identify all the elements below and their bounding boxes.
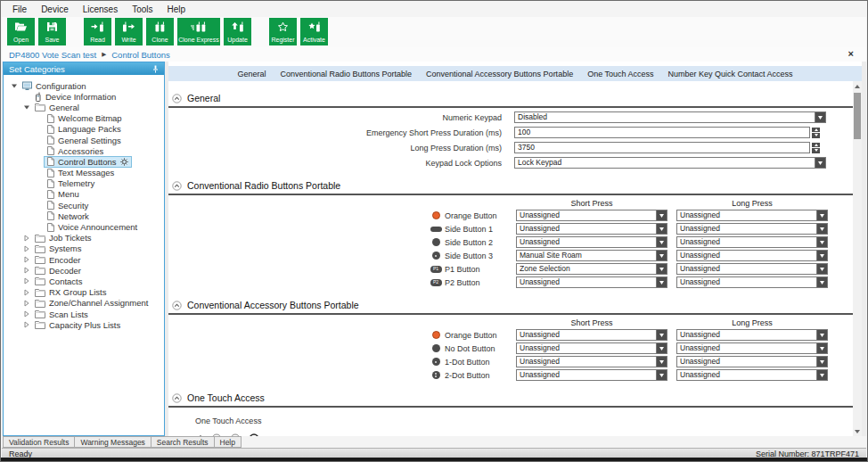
dropdown-arrow-icon[interactable] <box>656 343 667 353</box>
bottom-tab-warning-messages[interactable]: Warning Messages <box>75 436 151 448</box>
menu-device[interactable]: Device <box>34 3 76 16</box>
tree-item-zone-channel-assignment[interactable]: Zone/Channel Assignment <box>4 298 164 309</box>
side-button-1-short-press-dropdown[interactable]: Unassigned <box>516 223 667 235</box>
dropdown-arrow-icon[interactable] <box>816 357 827 367</box>
delete-all-rows-button[interactable] <box>249 432 259 436</box>
tree-collapsed-icon[interactable] <box>21 245 31 252</box>
tree-item-systems[interactable]: Systems <box>4 243 164 254</box>
tree-item-security[interactable]: Security <box>4 200 164 210</box>
menu-file[interactable]: File <box>5 3 34 16</box>
tree-item-language-packs[interactable]: Language Packs <box>4 124 164 135</box>
emergency-short-press-duration-ms-spinner-value[interactable]: 100 <box>514 127 810 138</box>
dropdown-arrow-icon[interactable] <box>656 264 667 274</box>
keypad-lock-options-dropdown[interactable]: Lock Keypad <box>514 157 826 169</box>
menu-help[interactable]: Help <box>160 3 193 16</box>
spin-down-icon[interactable] <box>812 133 820 138</box>
write-button[interactable]: Write <box>115 18 143 45</box>
side-button-3-long-press-dropdown[interactable]: Unassigned <box>676 250 828 261</box>
tree-item-encoder[interactable]: Encoder <box>4 254 164 265</box>
tree-item-control-buttons[interactable]: Control Buttons <box>4 156 164 167</box>
tree-collapsed-icon[interactable] <box>21 267 31 274</box>
spin-down-icon[interactable] <box>812 148 820 153</box>
dropdown-arrow-icon[interactable] <box>656 251 667 260</box>
dropdown-arrow-icon[interactable] <box>816 237 827 247</box>
nav-link-number-key-quick-contact-access[interactable]: Number Key Quick Contact Access <box>668 70 793 78</box>
tree-item-accessories[interactable]: Accessories <box>4 145 164 156</box>
tree-item-welcome-bitmap[interactable]: Welcome Bitmap <box>4 113 164 124</box>
tree-item-telemetry[interactable]: Telemetry <box>4 178 164 189</box>
pin-icon[interactable] <box>152 65 159 73</box>
tree-item-configuration[interactable]: Configuration <box>4 80 164 91</box>
tree-item-general-settings[interactable]: General Settings <box>4 135 164 145</box>
bottom-tab-validation-results[interactable]: Validation Results <box>3 436 75 448</box>
side-button-1-long-press-dropdown[interactable]: Unassigned <box>676 223 828 235</box>
dropdown-arrow-icon[interactable] <box>816 343 827 353</box>
p2-button-long-press-dropdown[interactable]: Unassigned <box>676 276 828 288</box>
tree-item-rx-group-lists[interactable]: RX Group Lists <box>4 287 164 298</box>
nav-link-general[interactable]: General <box>237 70 266 78</box>
section-general-header[interactable]: General <box>168 93 853 103</box>
bottom-tab-search-results[interactable]: Search Results <box>151 436 215 448</box>
long-press-duration-ms-spinner-value[interactable]: 3750 <box>514 142 810 153</box>
tree-item-decoder[interactable]: Decoder <box>4 265 164 276</box>
gear-icon[interactable] <box>120 158 128 166</box>
section-radio-buttons-header[interactable]: Conventional Radio Buttons Portable <box>168 180 853 191</box>
tree-item-network[interactable]: Network <box>4 210 164 221</box>
dropdown-arrow-icon[interactable] <box>815 112 825 122</box>
activate-button[interactable]: Activate <box>300 18 328 45</box>
scroll-down-icon[interactable] <box>853 426 862 436</box>
dropdown-arrow-icon[interactable] <box>656 370 667 380</box>
breadcrumb-root[interactable]: DP4800 Vote Scan test <box>9 50 96 60</box>
dropdown-arrow-icon[interactable] <box>656 277 667 287</box>
dropdown-arrow-icon[interactable] <box>656 224 667 234</box>
dropdown-arrow-icon[interactable] <box>656 357 667 367</box>
tree-collapsed-icon[interactable] <box>21 300 31 307</box>
side-button-2-long-press-dropdown[interactable]: Unassigned <box>676 236 828 248</box>
close-icon[interactable]: × <box>848 48 854 59</box>
no-dot-button-short-press-dropdown[interactable]: Unassigned <box>516 342 667 354</box>
tree-item-job-tickets[interactable]: Job Tickets <box>4 233 164 243</box>
spin-up-icon[interactable] <box>812 128 820 133</box>
long-press-duration-ms-spinner[interactable]: 3750 <box>514 142 820 153</box>
dropdown-arrow-icon[interactable] <box>816 330 827 340</box>
nav-link-one-touch-access[interactable]: One Touch Access <box>587 70 653 78</box>
tree-collapsed-icon[interactable] <box>21 310 31 318</box>
menu-licenses[interactable]: Licenses <box>76 3 125 16</box>
tree-collapsed-icon[interactable] <box>21 321 31 328</box>
tree-collapsed-icon[interactable] <box>21 235 31 242</box>
scrollbar-thumb[interactable] <box>854 93 861 139</box>
tree-item-contacts[interactable]: Contacts <box>4 276 164 286</box>
bottom-tab-help[interactable]: Help <box>215 436 242 448</box>
tree-item-general[interactable]: General <box>4 102 164 112</box>
1-dot-button-long-press-dropdown[interactable]: Unassigned <box>676 356 828 367</box>
open-button[interactable]: Open <box>7 18 35 45</box>
side-button-2-short-press-dropdown[interactable]: Unassigned <box>516 236 667 248</box>
collapse-section-icon[interactable] <box>172 301 182 310</box>
vertical-scrollbar[interactable] <box>853 81 862 436</box>
tree-item-scan-lists[interactable]: Scan Lists <box>4 309 164 319</box>
spin-up-icon[interactable] <box>812 143 820 148</box>
side-button-3-short-press-dropdown[interactable]: Manual Site Roam <box>516 250 667 261</box>
tree-collapsed-icon[interactable] <box>21 256 31 263</box>
tree-item-device-information[interactable]: Device Information <box>4 91 164 102</box>
orange-button-long-press-dropdown[interactable]: Unassigned <box>676 210 828 221</box>
read-button[interactable]: Read <box>84 18 111 45</box>
collapse-section-icon[interactable] <box>172 181 182 191</box>
dropdown-arrow-icon[interactable] <box>816 277 827 287</box>
orange-button-short-press-dropdown[interactable]: Unassigned <box>516 210 667 221</box>
tree-expanded-icon[interactable] <box>21 103 31 111</box>
orange-button-short-press-dropdown[interactable]: Unassigned <box>516 329 667 341</box>
collapse-section-icon[interactable] <box>172 393 182 403</box>
dropdown-arrow-icon[interactable] <box>656 210 667 220</box>
emergency-short-press-duration-ms-spinner[interactable]: 100 <box>514 127 820 138</box>
update-button[interactable]: Update <box>224 18 251 45</box>
nav-link-conventional-radio-buttons-portable[interactable]: Conventional Radio Buttons Portable <box>280 70 412 78</box>
dropdown-arrow-icon[interactable] <box>816 210 827 220</box>
dropdown-arrow-icon[interactable] <box>816 264 827 274</box>
section-accessory-buttons-header[interactable]: Conventional Accessory Buttons Portable <box>168 300 853 310</box>
nav-link-conventional-accessory-buttons-portable[interactable]: Conventional Accessory Buttons Portable <box>426 70 573 78</box>
tree-collapsed-icon[interactable] <box>21 277 31 285</box>
tree-expanded-icon[interactable] <box>9 82 19 89</box>
section-one-touch-access-header[interactable]: One Touch Access <box>168 392 853 403</box>
dropdown-arrow-icon[interactable] <box>816 224 827 234</box>
